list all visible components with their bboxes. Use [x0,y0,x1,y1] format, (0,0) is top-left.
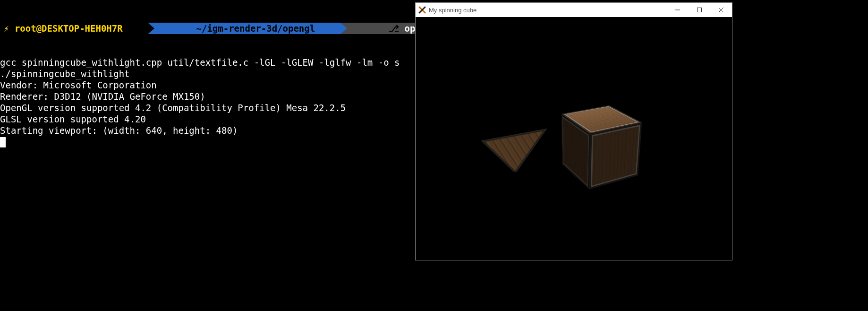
window-title: My spinning cube [429,7,477,14]
terminal-cursor [0,137,6,147]
prompt-user-host: root@DESKTOP-HEH0H7R [15,23,123,34]
pyramid-mesh [480,125,548,174]
maximize-button[interactable] [689,3,710,17]
output-line: Vendor: Microsoft Corporation [0,80,157,90]
output-line: gcc spinningcube_withlight.cpp util/text… [0,57,400,68]
segment-arrow-icon [340,23,347,34]
output-line: Starting viewport: (width: 640, height: … [0,125,238,136]
app-x11-icon [418,6,426,14]
output-line: GLSL version supported 4.20 [0,114,146,124]
output-line: Renderer: D3D12 (NVIDIA GeForce MX150) [0,91,205,102]
scene-3d [416,17,732,260]
opengl-viewport[interactable] [416,17,732,260]
opengl-window[interactable]: My spinning cube [415,2,732,260]
cube-face-front [589,122,642,190]
git-branch-icon: ⎇ [389,23,399,34]
prompt-user-segment: ⚡ root@DESKTOP-HEH0H7R [0,23,148,34]
svg-marker-5 [483,130,546,174]
close-button[interactable] [710,3,732,17]
bolt-icon: ⚡ [4,23,9,34]
window-controls [667,3,732,17]
pyramid-face [480,125,548,174]
output-line: ./spinningcube_withlight [0,69,130,79]
titlebar[interactable]: My spinning cube [416,3,732,17]
segment-arrow-icon [148,23,154,34]
prompt-path: ~/igm-render-3d/opengl [196,23,315,34]
prompt-path-segment: ~/igm-render-3d/opengl [154,23,340,34]
cube-mesh [575,113,624,176]
output-line: OpenGL version supported 4.2 (Compatibil… [0,103,346,113]
minimize-button[interactable] [667,3,689,17]
svg-rect-0 [698,8,702,12]
